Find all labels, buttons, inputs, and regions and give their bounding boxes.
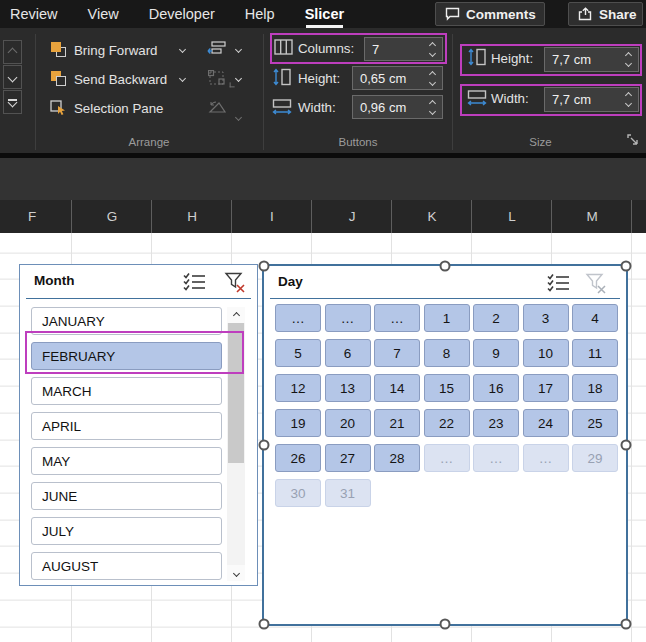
day-button-…[interactable]: … xyxy=(473,444,519,472)
selection-pane-button[interactable]: Selection Pane xyxy=(50,98,163,118)
button-width-spinner[interactable] xyxy=(426,96,439,118)
multi-select-icon[interactable] xyxy=(183,272,207,292)
day-button-31[interactable]: 31 xyxy=(325,479,371,507)
column-header-J[interactable]: J xyxy=(312,200,392,233)
day-button-20[interactable]: 20 xyxy=(325,409,371,437)
day-button-16[interactable]: 16 xyxy=(473,374,519,402)
column-header-M[interactable]: M xyxy=(552,200,632,233)
month-item-april[interactable]: APRIL xyxy=(31,412,222,440)
day-slicer[interactable]: Day ………123456789101112131415161718192021… xyxy=(262,264,628,626)
resize-handle[interactable] xyxy=(259,440,270,451)
day-button-25[interactable]: 25 xyxy=(572,409,618,437)
day-button-4[interactable]: 4 xyxy=(572,304,618,332)
column-header-I[interactable]: I xyxy=(232,200,312,233)
bring-forward-dropdown-icon[interactable] xyxy=(179,46,186,53)
day-button-23[interactable]: 23 xyxy=(473,409,519,437)
multi-select-icon[interactable] xyxy=(547,273,571,293)
day-button-27[interactable]: 27 xyxy=(325,444,371,472)
tab-slicer[interactable]: Slicer xyxy=(305,0,345,28)
month-item-january[interactable]: JANUARY xyxy=(31,307,222,335)
month-item-march[interactable]: MARCH xyxy=(31,377,222,405)
button-width-input[interactable]: 0,96 cm xyxy=(352,95,443,119)
tab-review[interactable]: Review xyxy=(10,0,58,28)
tab-view[interactable]: View xyxy=(88,0,119,28)
day-button-12[interactable]: 12 xyxy=(275,374,321,402)
day-button-5[interactable]: 5 xyxy=(275,339,321,367)
day-button-2[interactable]: 2 xyxy=(473,304,519,332)
resize-handle[interactable] xyxy=(259,261,270,272)
size-width-spinner[interactable] xyxy=(622,88,635,111)
resize-handle[interactable] xyxy=(259,619,270,630)
month-item-august[interactable]: AUGUST xyxy=(31,552,222,580)
day-button-8[interactable]: 8 xyxy=(424,339,470,367)
resize-handle[interactable] xyxy=(440,619,451,630)
day-button-28[interactable]: 28 xyxy=(374,444,420,472)
gallery-scroll-up-button[interactable] xyxy=(3,40,22,64)
day-button-7[interactable]: 7 xyxy=(374,339,420,367)
resize-handle[interactable] xyxy=(621,261,632,272)
column-header-K[interactable]: K xyxy=(392,200,472,233)
rotate-button[interactable] xyxy=(208,100,228,115)
day-button-6[interactable]: 6 xyxy=(325,339,371,367)
share-button[interactable]: Share xyxy=(568,2,643,26)
day-button-15[interactable]: 15 xyxy=(424,374,470,402)
day-button-21[interactable]: 21 xyxy=(374,409,420,437)
align-button[interactable] xyxy=(207,41,227,57)
group-objects-button[interactable] xyxy=(208,70,226,86)
day-button-…[interactable]: … xyxy=(523,444,569,472)
day-button-10[interactable]: 10 xyxy=(523,339,569,367)
send-backward-dropdown-icon[interactable] xyxy=(179,75,186,82)
day-button-…[interactable]: … xyxy=(374,304,420,332)
day-button-11[interactable]: 11 xyxy=(572,339,618,367)
comments-button[interactable]: Comments xyxy=(435,2,545,26)
day-button-29[interactable]: 29 xyxy=(572,444,618,472)
size-height-spinner[interactable] xyxy=(622,48,635,71)
resize-handle[interactable] xyxy=(621,440,632,451)
day-button-30[interactable]: 30 xyxy=(275,479,321,507)
column-header-G[interactable]: G xyxy=(72,200,152,233)
clear-filter-icon[interactable] xyxy=(223,272,247,292)
size-dialog-launcher-icon[interactable] xyxy=(627,134,640,147)
button-height-input[interactable]: 0,65 cm xyxy=(352,66,443,90)
day-button-…[interactable]: … xyxy=(424,444,470,472)
day-button-17[interactable]: 17 xyxy=(523,374,569,402)
gallery-scroll-down-button[interactable] xyxy=(3,65,22,89)
size-width-input[interactable]: 7,7 cm xyxy=(544,87,639,112)
size-height-input[interactable]: 7,7 cm xyxy=(544,47,639,72)
gallery-more-button[interactable] xyxy=(3,90,22,114)
day-button-14[interactable]: 14 xyxy=(374,374,420,402)
button-height-spinner[interactable] xyxy=(426,67,439,89)
column-header-L[interactable]: L xyxy=(472,200,552,233)
sheet-grid[interactable]: Month JANUARYFEBRUARYMARCHAPRILMAYJUNEJU… xyxy=(0,233,646,642)
day-button-3[interactable]: 3 xyxy=(523,304,569,332)
day-button-9[interactable]: 9 xyxy=(473,339,519,367)
columns-input[interactable]: 7 xyxy=(364,37,443,61)
day-button-24[interactable]: 24 xyxy=(523,409,569,437)
month-item-july[interactable]: JULY xyxy=(31,517,222,545)
month-item-june[interactable]: JUNE xyxy=(31,482,222,510)
day-button-19[interactable]: 19 xyxy=(275,409,321,437)
scroll-up-button[interactable] xyxy=(227,307,245,323)
column-headers[interactable]: FGHIJKLM xyxy=(0,200,646,233)
column-header-H[interactable]: H xyxy=(152,200,232,233)
scroll-down-button[interactable] xyxy=(227,565,245,581)
send-backward-button[interactable]: Send Backward xyxy=(50,69,167,89)
columns-spinner[interactable] xyxy=(426,38,439,60)
day-button-18[interactable]: 18 xyxy=(572,374,618,402)
month-item-may[interactable]: MAY xyxy=(31,447,222,475)
month-item-february[interactable]: FEBRUARY xyxy=(31,342,222,370)
column-header-F[interactable]: F xyxy=(0,200,72,233)
tab-developer[interactable]: Developer xyxy=(149,0,215,28)
day-button-1[interactable]: 1 xyxy=(424,304,470,332)
month-slicer[interactable]: Month JANUARYFEBRUARYMARCHAPRILMAYJUNEJU… xyxy=(19,264,258,586)
day-button-26[interactable]: 26 xyxy=(275,444,321,472)
day-button-…[interactable]: … xyxy=(275,304,321,332)
day-button-22[interactable]: 22 xyxy=(424,409,470,437)
align-dropdown-icon[interactable] xyxy=(235,46,242,53)
day-button-…[interactable]: … xyxy=(325,304,371,332)
tab-help[interactable]: Help xyxy=(245,0,275,28)
resize-handle[interactable] xyxy=(621,619,632,630)
day-button-13[interactable]: 13 xyxy=(325,374,371,402)
scrollbar-thumb[interactable] xyxy=(228,323,244,463)
month-slicer-scrollbar[interactable] xyxy=(227,307,245,581)
